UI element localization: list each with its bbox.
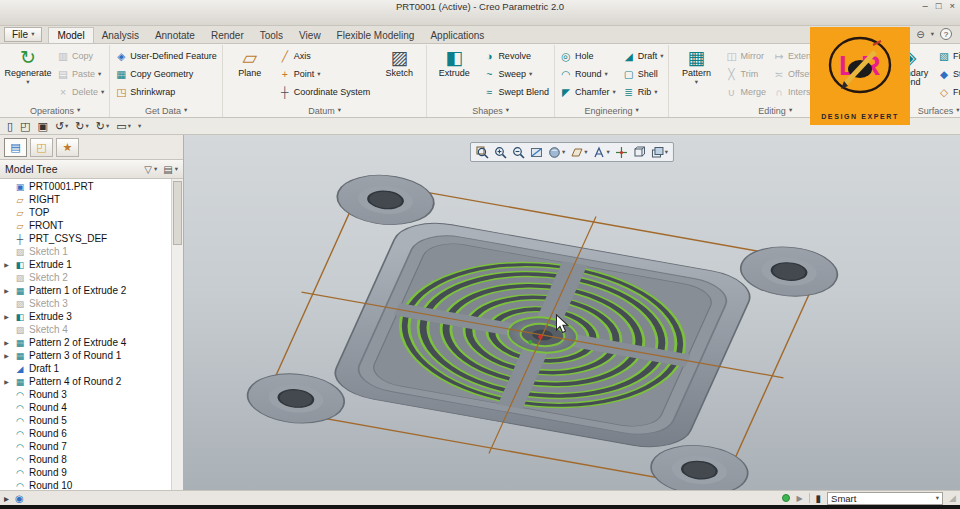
open-file-button[interactable]: ◰ [18, 121, 32, 132]
freestyle-button[interactable]: ◇Freestyle [936, 83, 960, 101]
undo-button[interactable]: ↺▾ [53, 121, 70, 132]
paste-button[interactable]: ▤Paste▾ [55, 65, 106, 83]
tree-item-round-9[interactable]: ◠Round 9 [0, 466, 171, 479]
perspective-button[interactable] [631, 144, 648, 160]
axis-button[interactable]: ╱Axis [277, 47, 373, 65]
zoom-in-button[interactable] [492, 144, 509, 160]
mirror-button[interactable]: ◫Mirror [723, 47, 768, 65]
tree-item-extrude-1[interactable]: ▶◧Extrude 1 [0, 258, 171, 271]
revolve-button[interactable]: ◑Revolve [481, 47, 551, 65]
tree-item-round-5[interactable]: ◠Round 5 [0, 414, 171, 427]
display-style-button[interactable]: ▾ [546, 144, 567, 160]
tree-item-sketch-1[interactable]: ▨Sketch 1 [0, 245, 171, 258]
spin-center-button[interactable] [613, 144, 630, 160]
swept-blend-button[interactable]: ≈Swept Blend [481, 83, 551, 101]
tree-item-front[interactable]: ▱FRONT [0, 219, 171, 232]
help-icon[interactable]: ? [940, 28, 952, 40]
fill-button[interactable]: ▧Fill [936, 47, 960, 65]
datum-display-button[interactable]: ▾ [568, 144, 589, 160]
point-button[interactable]: +Point▾ [277, 65, 373, 83]
tree-item-pattern-4[interactable]: ▶▦Pattern 4 of Round 2 [0, 375, 171, 388]
3d-model-scene[interactable] [184, 135, 960, 490]
sketch-button[interactable]: ▨ Sketch [375, 45, 423, 104]
expander-icon[interactable]: ▶ [2, 287, 11, 294]
coordinate-system-button[interactable]: ┼Coordinate System [277, 83, 373, 101]
tab-render[interactable]: Render [203, 28, 252, 43]
graphics-viewport[interactable]: ▾ ▾ ▾ ▾ [184, 135, 960, 490]
tab-flexible-modeling[interactable]: Flexible Modeling [329, 28, 423, 43]
tree-filter-button[interactable]: ▽▾ [144, 164, 157, 175]
tree-item-round-8[interactable]: ◠Round 8 [0, 453, 171, 466]
window-resize-grip[interactable]: ◢ [949, 493, 956, 503]
user-defined-feature-button[interactable]: ◈User-Defined Feature [113, 47, 219, 65]
extrude-button[interactable]: ◧ Extrude [430, 45, 478, 104]
zoom-out-button[interactable] [510, 144, 527, 160]
favorites-tab[interactable]: ★ [56, 138, 79, 157]
repaint-button[interactable] [528, 144, 545, 160]
group-label-get-data[interactable]: Get Data▾ [113, 104, 219, 117]
tab-analysis[interactable]: Analysis [94, 28, 147, 43]
expander-icon[interactable]: ▶ [2, 352, 11, 359]
tree-scrollbar[interactable] [171, 179, 183, 490]
merge-button[interactable]: ∪Merge [723, 83, 768, 101]
new-file-button[interactable]: ▯ [5, 121, 15, 132]
group-label-operations[interactable]: Operations▾ [4, 104, 106, 117]
tree-scrollbar-thumb[interactable] [173, 181, 182, 245]
redo-button[interactable]: ↻▾ [73, 121, 90, 132]
rib-button[interactable]: ≣Rib▾ [621, 83, 666, 101]
regenerate-button[interactable]: ↻ Regenerate ▾ [4, 45, 52, 104]
folder-browser-tab[interactable]: ◰ [30, 138, 53, 157]
model-tree-tab[interactable]: ▤ [4, 138, 27, 157]
sweep-button[interactable]: ~Sweep▾ [481, 65, 551, 83]
selection-buffer-icon[interactable]: ▮ [816, 493, 822, 504]
tab-applications[interactable]: Applications [422, 28, 492, 43]
trim-button[interactable]: ╳Trim [723, 65, 768, 83]
tree-item-prt0001[interactable]: ▣PRT0001.PRT [0, 180, 171, 193]
minimize-button[interactable]: – [922, 0, 927, 11]
ribbon-minimize-icon[interactable]: ⊖ [916, 29, 924, 40]
tab-model[interactable]: Model [48, 27, 93, 43]
style-button[interactable]: ◆Style [936, 65, 960, 83]
save-button[interactable]: ▣ [35, 121, 49, 132]
maximize-button[interactable]: □ [936, 0, 942, 11]
tree-item-pattern-1[interactable]: ▶▦Pattern 1 of Extrude 2 [0, 284, 171, 297]
file-menu-button[interactable]: File ▾ [4, 27, 42, 42]
expander-icon[interactable]: ▶ [2, 261, 11, 268]
tree-item-extrude-3[interactable]: ▶◧Extrude 3 [0, 310, 171, 323]
tree-item-round-4[interactable]: ◠Round 4 [0, 401, 171, 414]
group-label-datum[interactable]: Datum▾ [226, 104, 424, 117]
tree-item-right[interactable]: ▱RIGHT [0, 193, 171, 206]
tree-item-draft-1[interactable]: ◢Draft 1 [0, 362, 171, 375]
customize-qat-button[interactable]: ▾ [136, 123, 143, 130]
draft-button[interactable]: ◢Draft▾ [621, 47, 666, 65]
tree-item-sketch-4[interactable]: ▨Sketch 4 [0, 323, 171, 336]
tree-item-round-3[interactable]: ◠Round 3 [0, 388, 171, 401]
resume-icon[interactable]: ▶ [796, 494, 802, 503]
tree-item-round-10[interactable]: ◠Round 10 [0, 479, 171, 490]
expander-icon[interactable]: ▶ [2, 313, 11, 320]
tree-item-pattern-2[interactable]: ▶▦Pattern 2 of Extrude 4 [0, 336, 171, 349]
tree-item-sketch-3[interactable]: ▨Sketch 3 [0, 297, 171, 310]
tree-item-round-7[interactable]: ◠Round 7 [0, 440, 171, 453]
shell-button[interactable]: ▢Shell [621, 65, 666, 83]
web-browser-toggle-icon[interactable]: ◉ [15, 493, 24, 504]
tab-tools[interactable]: Tools [252, 28, 291, 43]
regenerate-quick-button[interactable]: ↻▾ [94, 121, 111, 132]
round-button[interactable]: ◠Round▾ [558, 65, 618, 83]
copy-button[interactable]: ▥Copy [55, 47, 106, 65]
status-expand-icon[interactable]: ▸ [4, 493, 9, 504]
window-button[interactable]: ▭▾ [114, 121, 133, 132]
ribbon-options-dropdown-icon[interactable]: ▾ [931, 31, 934, 38]
refit-button[interactable] [474, 144, 491, 160]
close-button[interactable]: × [949, 0, 955, 11]
tree-item-sketch-2[interactable]: ▨Sketch 2 [0, 271, 171, 284]
tree-columns-button[interactable]: ▤▾ [163, 164, 178, 175]
expander-icon[interactable]: ▶ [2, 339, 11, 346]
delete-button[interactable]: ×Delete▾ [55, 83, 106, 101]
group-label-shapes[interactable]: Shapes▾ [430, 104, 551, 117]
tree-item-round-6[interactable]: ◠Round 6 [0, 427, 171, 440]
tree-item-csys[interactable]: ┼PRT_CSYS_DEF [0, 232, 171, 245]
pattern-button[interactable]: ▦ Pattern ▾ [672, 45, 720, 104]
view-manager-button[interactable]: ▾ [649, 144, 670, 160]
selection-filter-dropdown[interactable]: Smart ▾ [827, 492, 943, 505]
